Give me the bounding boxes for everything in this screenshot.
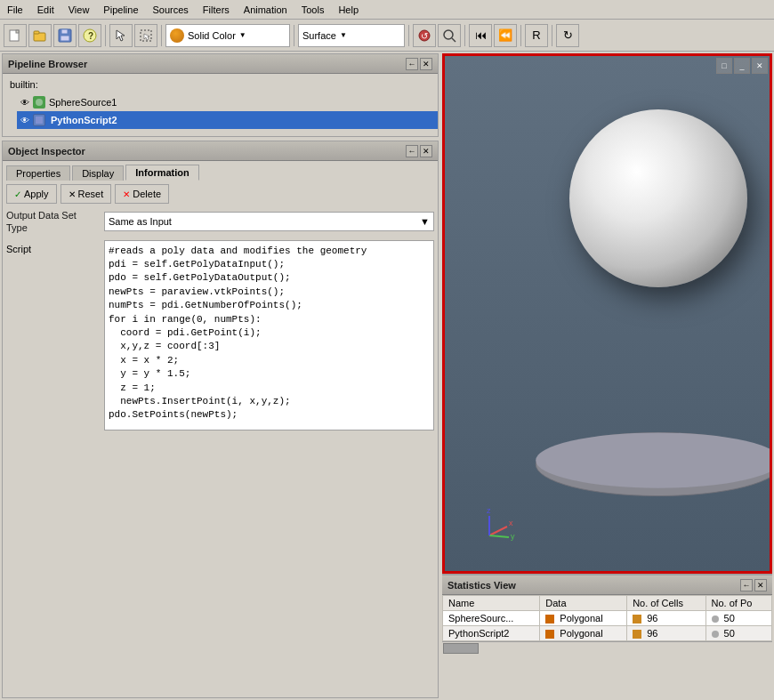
dot-icon-python <box>712 631 719 638</box>
menu-edit[interactable]: Edit <box>30 3 61 17</box>
script-textarea[interactable] <box>105 241 433 428</box>
vp-restore[interactable]: _ <box>734 58 750 74</box>
prev-frame[interactable]: ⏮ <box>469 24 492 47</box>
toolbar: ? Solid Color ▼ Surface ▼ ↺ ⏮ ⏪ R ↻ <box>0 20 774 52</box>
pipeline-item-sphere[interactable]: 👁 SphereSource1 <box>17 93 438 111</box>
svg-text:?: ? <box>88 31 93 41</box>
tab-properties[interactable]: Properties <box>6 165 70 181</box>
menu-tools[interactable]: Tools <box>294 3 332 17</box>
surface-mode-label: Surface <box>302 30 336 41</box>
stats-cells-label-sphere: 96 <box>647 613 657 624</box>
menu-help[interactable]: Help <box>331 3 366 17</box>
eye-icon-sphere[interactable]: 👁 <box>20 98 29 108</box>
menu-filters[interactable]: Filters <box>196 3 237 17</box>
apply-icon: ✓ <box>14 189 21 199</box>
vp-close[interactable]: ✕ <box>752 58 768 74</box>
menu-animation[interactable]: Animation <box>237 3 294 17</box>
refresh-button[interactable]: ↻ <box>556 24 579 47</box>
save-button[interactable] <box>53 24 77 47</box>
col-points: No. of Po <box>705 596 771 611</box>
svg-marker-9 <box>117 30 125 41</box>
vp-maximize[interactable]: □ <box>716 58 732 74</box>
svg-rect-1 <box>16 30 19 33</box>
apply-button[interactable]: ✓ Apply <box>6 184 57 204</box>
script-row: Script <box>6 240 434 430</box>
stats-points-sphere: 50 <box>705 611 771 626</box>
pointer-tool[interactable] <box>109 24 133 47</box>
svg-rect-17 <box>36 117 43 124</box>
main-layout: Pipeline Browser ← ✕ builtin: 👁 <box>0 52 774 700</box>
open-button[interactable] <box>28 24 52 47</box>
pipeline-item-python[interactable]: 👁 PythonScript2 <box>17 111 438 129</box>
object-inspector-controls: ← ✕ <box>406 145 432 157</box>
help-button[interactable]: ? <box>78 24 101 47</box>
separator-2 <box>161 25 162 46</box>
object-inspector: Object Inspector ← ✕ Properties Display … <box>2 141 439 698</box>
stats-points-label-python: 50 <box>724 628 735 639</box>
stats-scroll-thumb[interactable] <box>443 643 479 654</box>
platform-svg <box>516 429 770 500</box>
stats-row-sphere: SphereSourc... Polygonal 96 50 <box>443 611 772 626</box>
reset-button[interactable]: ✕ Reset <box>60 184 112 204</box>
menu-file[interactable]: File <box>0 3 30 17</box>
menu-pipeline[interactable]: Pipeline <box>96 3 145 17</box>
pipeline-browser-titlebar: Pipeline Browser ← ✕ <box>3 54 438 74</box>
svg-point-19 <box>536 432 770 487</box>
zoom-fit[interactable] <box>438 24 461 47</box>
select-arrow-icon: ▼ <box>420 216 430 227</box>
svg-marker-11 <box>144 34 149 40</box>
eye-icon-python[interactable]: 👁 <box>20 116 29 125</box>
stats-cells-python: 96 <box>627 626 705 641</box>
menu-sources[interactable]: Sources <box>146 3 196 17</box>
delete-button[interactable]: ✕ Delete <box>115 184 169 204</box>
python-script-icon <box>33 114 45 126</box>
stats-name-python: PythonScript2 <box>443 626 540 641</box>
stats-title: Statistics View <box>447 580 516 591</box>
new-button[interactable] <box>4 24 27 47</box>
stats-close[interactable]: ✕ <box>754 579 767 591</box>
stats-points-python: 50 <box>705 626 771 641</box>
pipeline-pin-button[interactable]: ← <box>406 58 418 70</box>
inspector-pin-button[interactable]: ← <box>406 145 418 157</box>
dot-icon-sphere <box>712 616 719 623</box>
col-cells: No. of Cells <box>627 596 705 611</box>
select-tool[interactable] <box>134 24 157 47</box>
viewport-3d[interactable]: □ _ ✕ <box>445 56 770 571</box>
right-panel-container: □ _ ✕ <box>442 53 772 698</box>
pipeline-close-button[interactable]: ✕ <box>420 58 432 70</box>
menu-view[interactable]: View <box>61 3 97 17</box>
svg-text:z: z <box>487 506 491 515</box>
inspector-close-button[interactable]: ✕ <box>420 145 432 157</box>
tab-information[interactable]: Information <box>125 165 199 181</box>
svg-text:y: y <box>511 532 515 541</box>
play-back[interactable]: ⏪ <box>494 24 517 47</box>
col-name: Name <box>443 596 540 611</box>
pipeline-item-builtin[interactable]: builtin: <box>3 76 438 93</box>
reset-icon: ✕ <box>69 189 76 199</box>
script-area-wrapper <box>104 240 434 430</box>
camera-reset[interactable]: ↺ <box>413 24 436 47</box>
svg-text:x: x <box>509 519 513 527</box>
pipeline-label-sphere: SphereSource1 <box>49 97 117 108</box>
color-dropdown[interactable]: Solid Color ▼ <box>165 24 290 47</box>
surface-dropdown[interactable]: Surface ▼ <box>298 24 405 47</box>
stats-data-sphere: Polygonal <box>540 611 627 626</box>
object-inspector-title: Object Inspector <box>8 146 85 157</box>
stats-hscrollbar[interactable] <box>442 641 772 654</box>
axis-indicator: x y z <box>463 500 516 553</box>
svg-line-15 <box>452 38 456 42</box>
svg-point-14 <box>444 30 453 39</box>
output-type-select[interactable]: Same as Input ▼ <box>104 212 434 231</box>
separator-5 <box>464 25 465 46</box>
color-dropdown-arrow: ▼ <box>239 31 246 39</box>
stats-pin[interactable]: ← <box>740 579 753 591</box>
poly-icon-python <box>545 630 554 639</box>
nav-r[interactable]: R <box>525 24 548 47</box>
poly-icon-sphere <box>545 615 554 624</box>
surface-dropdown-arrow: ▼ <box>340 31 347 39</box>
tab-display[interactable]: Display <box>72 165 124 181</box>
stats-controls: ← ✕ <box>740 579 767 591</box>
viewport-toolbar: □ _ ✕ <box>716 58 768 74</box>
stats-name-sphere: SphereSourc... <box>443 611 540 626</box>
stats-row-python: PythonScript2 Polygonal 96 50 <box>443 626 772 641</box>
